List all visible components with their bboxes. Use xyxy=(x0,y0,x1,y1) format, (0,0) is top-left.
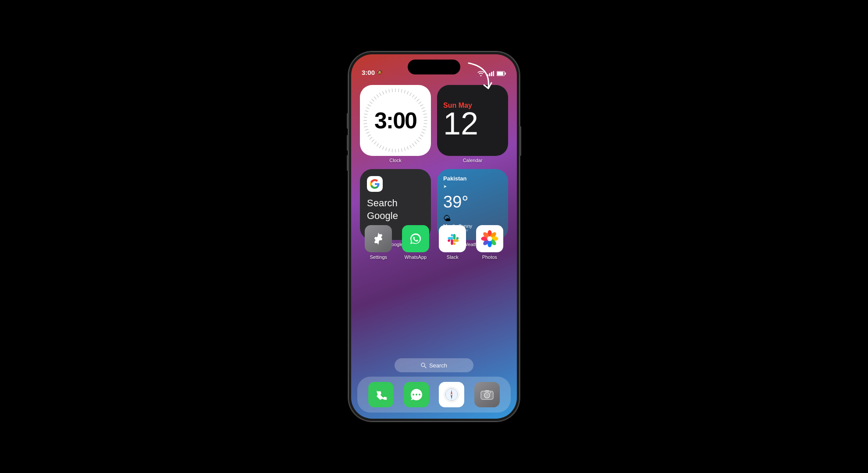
svg-line-57 xyxy=(368,105,371,106)
photos-flower-icon xyxy=(480,229,499,248)
svg-line-42 xyxy=(380,145,381,148)
svg-line-65 xyxy=(389,89,390,93)
slack-label: Slack xyxy=(447,254,459,260)
svg-point-82 xyxy=(419,394,420,395)
svg-line-53 xyxy=(363,117,367,117)
svg-line-48 xyxy=(366,132,369,133)
whatsapp-label: WhatsApp xyxy=(404,254,427,260)
svg-line-43 xyxy=(377,144,379,146)
svg-line-15 xyxy=(416,99,419,101)
svg-line-56 xyxy=(366,107,369,109)
svg-point-77 xyxy=(487,236,492,241)
svg-line-9 xyxy=(402,89,402,93)
slack-app-icon[interactable] xyxy=(439,225,466,252)
svg-line-23 xyxy=(424,124,427,124)
clock-widget[interactable]: 3:00 xyxy=(360,85,431,156)
phone-screen: 3:00 🔕 xyxy=(351,54,517,419)
photos-label: Photos xyxy=(482,254,497,260)
svg-line-10 xyxy=(404,90,405,94)
svg-line-49 xyxy=(365,129,369,130)
google-logo xyxy=(367,176,383,192)
slack-logo-icon xyxy=(444,230,461,247)
weather-location-row: Pakistan ➤ xyxy=(443,175,502,190)
svg-point-68 xyxy=(408,231,423,247)
svg-line-63 xyxy=(382,91,384,94)
svg-line-54 xyxy=(364,114,368,115)
dock-messages-item[interactable] xyxy=(404,382,429,407)
svg-line-32 xyxy=(410,145,412,148)
status-time: 3:00 xyxy=(362,69,375,76)
dock-camera-icon[interactable] xyxy=(474,382,500,407)
calendar-widget-container[interactable]: Sun May 12 Calendar xyxy=(437,85,508,163)
svg-line-13 xyxy=(412,95,414,97)
svg-point-80 xyxy=(413,394,414,395)
clock-widget-container[interactable]: 3:00 Clock xyxy=(360,85,431,163)
weather-sun-icon: 🌤 xyxy=(443,214,502,223)
svg-line-47 xyxy=(368,135,371,137)
svg-line-61 xyxy=(377,95,379,97)
svg-line-38 xyxy=(392,149,392,152)
svg-line-51 xyxy=(363,124,367,124)
calendar-date: 12 xyxy=(443,108,478,139)
svg-line-41 xyxy=(382,146,384,149)
svg-line-20 xyxy=(423,114,427,115)
dock-camera-item[interactable] xyxy=(474,382,500,407)
svg-line-31 xyxy=(412,144,414,146)
dock-safari-icon[interactable] xyxy=(439,382,464,407)
svg-line-35 xyxy=(402,148,402,152)
location-arrow-icon: ➤ xyxy=(443,184,447,189)
calendar-widget[interactable]: Sun May 12 xyxy=(437,85,508,156)
photos-app-item[interactable]: Photos xyxy=(476,225,503,260)
svg-line-18 xyxy=(421,107,424,109)
slack-app-item[interactable]: Slack xyxy=(439,225,466,260)
spotlight-search-bar[interactable]: Search xyxy=(395,358,473,372)
google-g-logo xyxy=(370,179,380,189)
svg-line-28 xyxy=(419,137,421,139)
dock-safari-item[interactable] xyxy=(439,382,464,407)
settings-app-icon[interactable] xyxy=(365,225,392,252)
dock-messages-icon[interactable] xyxy=(404,382,429,407)
svg-line-16 xyxy=(419,102,421,104)
svg-line-45 xyxy=(372,139,374,141)
svg-line-11 xyxy=(407,91,408,94)
svg-line-50 xyxy=(364,127,368,127)
clock-time-display: 3:00 xyxy=(374,107,416,134)
spotlight-search-icon xyxy=(421,363,427,368)
svg-point-78 xyxy=(421,363,425,367)
svg-line-39 xyxy=(389,148,390,152)
svg-line-62 xyxy=(380,93,381,96)
svg-line-8 xyxy=(398,88,399,92)
svg-line-14 xyxy=(414,97,416,99)
phone-icon xyxy=(374,388,388,402)
settings-app-item[interactable]: Settings xyxy=(365,225,392,260)
dock xyxy=(357,377,511,413)
svg-line-26 xyxy=(421,132,424,133)
svg-line-19 xyxy=(423,110,426,111)
svg-line-33 xyxy=(407,146,408,149)
whatsapp-app-icon[interactable] xyxy=(402,225,429,252)
svg-line-44 xyxy=(374,141,376,144)
dock-phone-icon[interactable] xyxy=(368,382,394,407)
dock-phone-item[interactable] xyxy=(368,382,394,407)
calendar-label: Calendar xyxy=(463,158,483,163)
camera-icon xyxy=(480,387,494,402)
clock-label: Clock xyxy=(389,158,402,163)
google-search-text: Search Google xyxy=(367,197,424,222)
settings-label: Settings xyxy=(370,254,387,260)
svg-line-21 xyxy=(424,117,427,117)
annotation-arrow xyxy=(464,59,499,95)
photos-app-icon[interactable] xyxy=(476,225,503,252)
messages-icon xyxy=(409,387,424,402)
svg-line-25 xyxy=(423,129,426,130)
svg-line-40 xyxy=(385,148,386,151)
phone-frame: 3:00 🔕 xyxy=(349,52,519,421)
whatsapp-logo-icon xyxy=(407,230,424,247)
svg-line-59 xyxy=(372,99,374,101)
spotlight-label: Search xyxy=(429,362,447,369)
svg-line-34 xyxy=(404,148,405,151)
svg-line-12 xyxy=(410,93,412,96)
svg-line-30 xyxy=(414,141,416,144)
whatsapp-app-item[interactable]: WhatsApp xyxy=(402,225,429,260)
svg-point-95 xyxy=(490,392,491,393)
dynamic-island xyxy=(408,60,460,74)
